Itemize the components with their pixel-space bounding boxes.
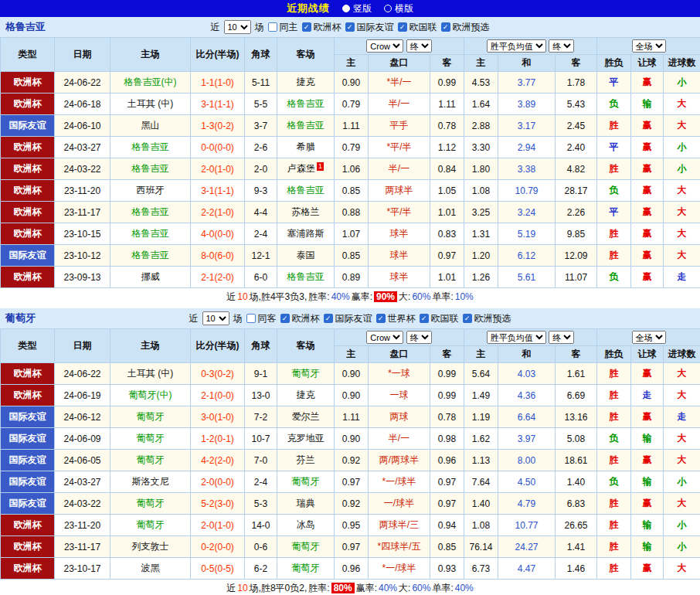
odds-final-select[interactable]: 终 [406, 331, 432, 344]
filter-checkbox-5[interactable]: ✓欧洲预选 [463, 312, 511, 325]
cell-away-odds: 1.01 [430, 202, 464, 223]
checkbox-icon[interactable]: ✓ [420, 314, 429, 323]
checkbox-icon[interactable] [268, 22, 277, 32]
checkbox-icon[interactable]: ✓ [302, 22, 311, 32]
cell-avg-home: 1.64 [464, 94, 498, 115]
filter-checkbox-1[interactable]: ✓欧洲杯 [302, 21, 342, 34]
stat-label-1: 赢率: [352, 291, 372, 304]
avg-final-select[interactable]: 终 [549, 39, 574, 53]
cell-away-team: 葡萄牙 [277, 363, 335, 385]
cell-avg-away: 18.61 [556, 450, 597, 471]
cell-away-team: 格鲁吉亚 [277, 115, 335, 137]
checkbox-icon[interactable]: ✓ [398, 22, 407, 32]
cell-goals-result: 小 [664, 515, 700, 536]
stat-label-2: 大: [399, 582, 410, 595]
cell-date: 24-03-22 [55, 493, 110, 515]
filter-checkbox-1[interactable]: ✓欧洲杯 [280, 312, 320, 325]
radio-selected-icon[interactable] [342, 5, 350, 12]
cell-result: 胜 [597, 158, 631, 180]
cell-corners: 2-6 [245, 137, 277, 158]
filter-checkbox-label: 同客 [258, 312, 277, 325]
cell-date: 23-11-20 [55, 515, 110, 536]
filter-checkbox-3[interactable]: ✓欧国联 [398, 21, 437, 34]
cell-handicap: 两/两球半 [369, 450, 430, 471]
checkbox-icon[interactable]: ✓ [345, 22, 355, 32]
cell-goals-result: 小 [664, 471, 700, 493]
cell-handicap-result: 赢 [631, 406, 664, 428]
cell-score: 2-1(2-0) [191, 267, 245, 288]
cell-avg-draw: 4.47 [498, 558, 556, 580]
match-row: 欧洲杯23-10-15格鲁吉亚4-0(0-0)2-4塞浦路斯1.07球半0.83… [1, 223, 700, 245]
cell-competition: 国际友谊 [1, 493, 55, 515]
checkbox-icon[interactable]: ✓ [280, 314, 290, 323]
section-summary: 近10场,胜4平3负3,胜率:40%赢率:90%大:60%单率:10% [0, 288, 700, 305]
cell-handicap-result: 赢 [631, 493, 664, 515]
filter-checkbox-4[interactable]: ✓欧洲预选 [441, 21, 490, 34]
cell-score: 2-1(0-0) [191, 385, 245, 406]
cell-home-odds: 0.85 [335, 180, 369, 202]
cell-handicap-result: 赢 [631, 363, 664, 385]
col-away: 客场 [277, 329, 335, 363]
filter-bar: 格鲁吉亚 近10场同主✓欧洲杯✓国际友谊✓欧国联✓欧洲预选 [0, 17, 700, 37]
cell-date: 24-06-09 [55, 428, 110, 450]
col-odds-home: 主 [335, 346, 369, 363]
recent-label: 近 [211, 21, 220, 34]
cell-competition: 欧洲杯 [1, 223, 55, 245]
cell-result: 负 [597, 471, 631, 493]
section-portugal: 葡萄牙 近10场同客✓欧洲杯✓国际友谊✓世界杯✓欧国联✓欧洲预选 类型 日期 主… [0, 308, 700, 595]
filter-checkbox-label: 欧国联 [409, 21, 437, 34]
cell-avg-draw: 3.97 [498, 428, 556, 450]
cell-competition: 国际友谊 [1, 471, 55, 493]
stat-value-3: 40% [455, 583, 474, 593]
cell-corners: 5-3 [245, 493, 277, 515]
col-result: 胜负 [597, 55, 631, 72]
checkbox-icon[interactable]: ✓ [463, 314, 472, 323]
section-summary: 近10场,胜8平0负2,胜率:80%赢率:40%大:60%单率:40% [0, 580, 700, 595]
checkbox-icon[interactable]: ✓ [376, 314, 386, 323]
cell-home-odds: 0.97 [335, 471, 369, 493]
filter-checkbox-2[interactable]: ✓国际友谊 [324, 312, 372, 325]
scope-select[interactable]: 全场 [632, 331, 666, 344]
recent-count-select[interactable]: 10 [224, 20, 251, 34]
checkbox-icon[interactable]: ✓ [324, 314, 333, 323]
radio-unselected-icon[interactable] [384, 5, 392, 12]
scope-select[interactable]: 全场 [632, 39, 666, 53]
cell-handicap: *平/半 [369, 202, 430, 223]
cell-handicap-result: 输 [631, 515, 664, 536]
filter-checkbox-4[interactable]: ✓欧国联 [420, 312, 459, 325]
filter-checkbox-0[interactable]: 同主 [268, 21, 298, 34]
avg-source-select[interactable]: 胜平负均值 [487, 331, 546, 344]
cell-away-team: 希腊 [277, 137, 335, 158]
radio-vertical-layout[interactable]: 竖版 [342, 2, 372, 15]
odds-source-select[interactable]: Crow [366, 39, 403, 53]
filter-checkbox-2[interactable]: ✓国际友谊 [345, 21, 394, 34]
odds-source-select[interactable]: Crow [366, 331, 403, 344]
checkbox-icon[interactable] [246, 314, 256, 323]
cell-home-odds: 1.11 [335, 406, 369, 428]
cell-corners: 6-0 [245, 267, 277, 288]
cell-home-odds: 0.79 [335, 94, 369, 115]
cell-date: 24-06-18 [55, 94, 110, 115]
filter-checkbox-0[interactable]: 同客 [246, 312, 277, 325]
cell-avg-away: 2.26 [556, 202, 597, 223]
cell-competition: 欧洲杯 [1, 180, 55, 202]
cell-away-team: 克罗地亚 [277, 428, 335, 450]
match-row: 国际友谊24-06-12葡萄牙3-0(1-0)7-2爱尔兰1.11两球0.781… [1, 406, 700, 428]
cell-result: 胜 [597, 363, 631, 385]
cell-handicap: *四球半/五 [369, 536, 430, 558]
cell-corners: 12-1 [245, 245, 277, 267]
avg-final-select[interactable]: 终 [549, 331, 574, 344]
cell-away-odds: 0.99 [430, 72, 464, 94]
recent-count-select[interactable]: 10 [202, 311, 229, 325]
cell-handicap: *一/球半 [369, 558, 430, 580]
cell-home-team: 葡萄牙(中) [110, 385, 191, 406]
filter-checkbox-3[interactable]: ✓世界杯 [376, 312, 416, 325]
radio-horizontal-layout[interactable]: 横版 [384, 2, 413, 15]
cell-avg-away: 5.43 [556, 94, 597, 115]
section-georgia: 格鲁吉亚 近10场同主✓欧洲杯✓国际友谊✓欧国联✓欧洲预选 类型 日期 主场 比… [0, 17, 700, 305]
filter-checkbox-label: 国际友谊 [335, 312, 372, 325]
checkbox-icon[interactable]: ✓ [441, 22, 450, 32]
odds-final-select[interactable]: 终 [406, 39, 432, 53]
avg-source-select[interactable]: 胜平负均值 [487, 39, 546, 53]
cell-home-odds: 0.92 [335, 450, 369, 471]
